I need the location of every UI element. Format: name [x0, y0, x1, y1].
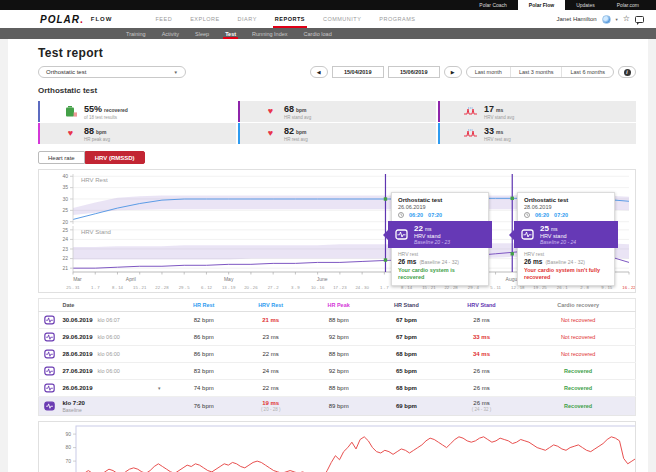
svg-text:35: 35	[62, 184, 68, 190]
range-button-last-month[interactable]: Last month	[467, 67, 511, 77]
subnav-item-running-index[interactable]: Running Index	[244, 28, 295, 39]
metric-cell: 68 bpm	[371, 346, 442, 363]
ecg-test-icon[interactable]	[44, 401, 55, 411]
test-time-link[interactable]: 06:20	[535, 212, 549, 218]
ecg-test-icon[interactable]	[44, 332, 55, 342]
subnav-item-test[interactable]: Test	[217, 28, 244, 39]
column-header-hr-peak[interactable]: HR Peak	[306, 299, 371, 312]
range-button-last-3-months[interactable]: Last 3 months	[511, 67, 563, 77]
test-time-link[interactable]: 06:20	[409, 212, 423, 218]
column-header-hr-stand[interactable]: HR Stand	[371, 299, 442, 312]
test-result-row[interactable]: klo 7:20Baseline76 bpm19 ms( 20 - 28 )89…	[39, 397, 636, 416]
nav-item-programs[interactable]: PROGRAMS	[370, 10, 424, 28]
svg-text:25: 25	[62, 207, 68, 213]
metric-cell: 26 ms	[442, 363, 522, 380]
section-title: Orthostatic test	[38, 86, 636, 95]
column-header-hrv-rest[interactable]: HRV Rest	[235, 299, 306, 312]
nav-item-community[interactable]: COMMUNITY	[314, 10, 370, 28]
chevron-down-icon[interactable]: ▾	[616, 17, 618, 22]
metric-toggle: Heart rate HRV (RMSSD)	[38, 151, 636, 164]
user-name[interactable]: Janet Hamilton	[557, 16, 597, 22]
topbar-link-polar-com[interactable]: Polar.com	[606, 0, 650, 10]
cardio-recovery-cell: Not recovered	[521, 346, 635, 363]
cardio-recovery-cell: Not recovered	[521, 312, 635, 329]
date-to-field[interactable]: 15/06/2019	[388, 66, 440, 78]
test-tooltip: Orthostatic test 26.06.2019 06:20 07:20 …	[391, 192, 489, 286]
test-result-row[interactable]: 27.06.2019klo 06:0083 bpm24 ms92 bpm65 b…	[39, 363, 636, 380]
metric-cell: 67 bpm	[371, 312, 442, 329]
collapse-chevron-icon[interactable]: ▾	[158, 385, 161, 391]
favorites-star-icon[interactable]: ☆	[623, 15, 630, 23]
nav-item-reports[interactable]: REPORTS	[266, 10, 314, 28]
rr-interval-icon	[464, 107, 477, 116]
svg-text:Mar: Mar	[73, 276, 82, 282]
ecg-test-icon	[521, 229, 534, 240]
column-header-cardio-recovery[interactable]: Cardio recovery	[521, 299, 635, 312]
topbar-link-polar-flow[interactable]: Polar Flow	[518, 0, 565, 10]
metric-cell: 22 ms	[235, 346, 306, 363]
report-content: Test report Orthostatic test ▼ ◀ 15/04/2…	[8, 39, 648, 472]
heart-icon: ♥	[264, 107, 277, 116]
prev-period-button[interactable]: ◀	[310, 66, 328, 78]
hrv-rest-label: HRV rest	[524, 251, 608, 257]
svg-text:22 - 28: 22 - 28	[155, 285, 169, 290]
test-result-row[interactable]: 30.06.2019klo 06:0782 bpm21 ms88 bpm67 b…	[39, 312, 636, 329]
next-period-button[interactable]: ▶	[444, 66, 462, 78]
clock-icon	[524, 212, 530, 218]
column-header-hr-rest[interactable]: HR Rest	[173, 299, 236, 312]
hrv-stand-banner: 25ms HRV stand Baseline 20 - 24	[514, 221, 618, 248]
hrv-rest-label: HRV rest	[398, 251, 482, 257]
test-date: klo 7:20	[63, 400, 85, 406]
ecg-test-icon[interactable]	[44, 366, 55, 376]
svg-text:10 - 16: 10 - 16	[311, 285, 325, 290]
ecg-test-icon[interactable]	[44, 383, 55, 393]
info-button[interactable]: i	[618, 66, 636, 78]
svg-text:6 - 12: 6 - 12	[201, 285, 213, 290]
tooltip-date: 28.06.2019	[524, 204, 608, 210]
page-title: Test report	[38, 46, 636, 60]
range-button-last-6-months[interactable]: Last 6 months	[562, 67, 613, 77]
column-header-date[interactable]: Date	[61, 299, 173, 312]
test-date: 28.06.2019	[63, 351, 93, 357]
metric-cell: 24 ms	[235, 363, 306, 380]
test-time-link[interactable]: 07:20	[428, 212, 442, 218]
subnav-item-activity[interactable]: Activity	[154, 28, 187, 39]
ecg-test-icon[interactable]	[44, 349, 55, 359]
polar-logo[interactable]: POLAR. FLOW	[40, 10, 112, 28]
test-date: 27.06.2019	[63, 368, 93, 374]
metric-cell: 69 bpm	[371, 397, 442, 416]
main-header: POLAR. FLOW FEEDEXPLOREDIARYREPORTSCOMMU…	[0, 10, 656, 28]
test-heart-rate-chart[interactable]: 9080706000:00:4000:01:0000:01:2000:01:40…	[39, 422, 635, 472]
metric-cell: 92 bpm	[306, 329, 371, 346]
feedback-chat-icon[interactable]	[635, 16, 644, 23]
summary-grid: 55%recoveredof 18 test results ♥ 68bpmHR…	[38, 101, 636, 144]
nav-item-feed[interactable]: FEED	[146, 10, 181, 28]
reports-subnav: TrainingActivitySleepTestRunning IndexCa…	[0, 28, 656, 39]
date-from-field[interactable]: 15/04/2019	[332, 66, 384, 78]
heart-rate-toggle-button[interactable]: Heart rate	[38, 151, 85, 164]
table-header-row: DateHR RestHRV RestHR PeakHR StandHRV St…	[39, 299, 636, 312]
test-result-row[interactable]: 29.06.2019klo 06:0086 bpm23 ms92 bpm67 b…	[39, 329, 636, 346]
battery-icon	[64, 106, 77, 117]
test-time-link[interactable]: 07:20	[554, 212, 568, 218]
test-result-row[interactable]: 28.06.2019klo 06:0086 bpm22 ms88 bpm68 b…	[39, 346, 636, 363]
ecg-test-icon[interactable]	[44, 315, 55, 325]
recovery-verdict: Your cardio system is recovered	[398, 267, 482, 281]
metric-cell: 76 bpm	[173, 397, 236, 416]
topbar-link-polar-coach[interactable]: Polar Coach	[468, 0, 518, 10]
topbar-link-updates[interactable]: Updates	[565, 0, 606, 10]
polar-flow-app: Polar CoachPolar FlowUpdatesPolar.com PO…	[0, 0, 656, 472]
test-result-row[interactable]: 26.06.2019▾74 bpm22 ms88 bpm68 bpm26 msR…	[39, 380, 636, 397]
nav-item-diary[interactable]: DIARY	[229, 10, 266, 28]
subnav-item-cardio-load[interactable]: Cardio load	[296, 28, 340, 39]
subnav-item-training[interactable]: Training	[118, 28, 154, 39]
test-type-select[interactable]: Orthostatic test ▼	[38, 66, 186, 78]
nav-item-explore[interactable]: EXPLORE	[181, 10, 228, 28]
subnav-item-sleep[interactable]: Sleep	[187, 28, 217, 39]
svg-text:May: May	[224, 276, 234, 282]
test-time: klo 06:00	[98, 334, 120, 340]
hrv-toggle-button[interactable]: HRV (RMSSD)	[85, 151, 145, 164]
avatar[interactable]	[602, 15, 611, 24]
summary-tile-hr-peak: ♥ 88bpmHR peak avg	[38, 123, 236, 144]
column-header-hrv-stand[interactable]: HRV Stand	[442, 299, 522, 312]
